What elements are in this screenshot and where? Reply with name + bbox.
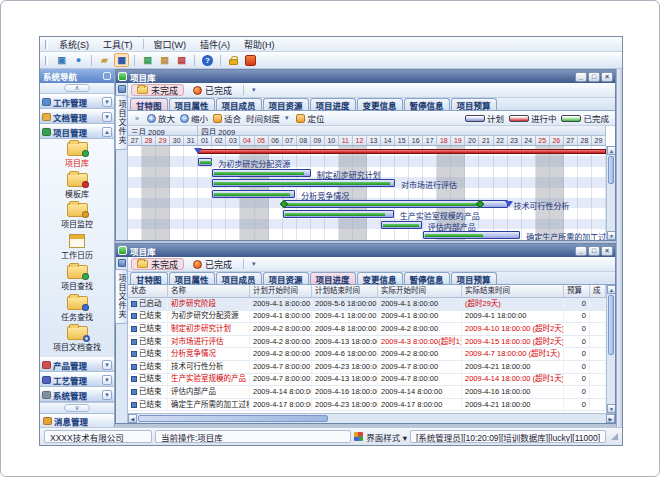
section-expand-button[interactable]: ▼ xyxy=(102,360,112,370)
table-row[interactable]: 已启动初步研究阶段2009-4-1 8:00:002009-5-6 18:00:… xyxy=(128,298,606,311)
tab-7[interactable]: 项目预算 xyxy=(451,272,497,284)
minimize-button[interactable]: _ xyxy=(575,246,587,256)
column-header-4[interactable]: 实际开始时间 xyxy=(378,285,462,297)
sidebar-item-0[interactable]: 项目库 xyxy=(40,142,114,173)
section-expand-button[interactable]: ▼ xyxy=(102,112,112,122)
task-bar[interactable] xyxy=(212,179,395,187)
zoom-in-button[interactable]: +放大 xyxy=(147,112,175,124)
menu-item-3[interactable]: 插件(A) xyxy=(193,37,237,52)
tab-6[interactable]: 暂停信息 xyxy=(404,272,450,284)
filter-finished[interactable]: 已完成 xyxy=(187,258,238,270)
filter-finished[interactable]: 已完成 xyxy=(187,84,238,96)
column-header-6[interactable]: 预算 xyxy=(564,285,590,297)
task-bar[interactable] xyxy=(283,210,394,218)
tab-4[interactable]: 项目进度 xyxy=(310,98,356,110)
sidebar-item-2[interactable]: 项目监控 xyxy=(40,203,114,234)
table-row[interactable]: 已结束制定初步研究计划2009-4-2 8:00:002009-4-8 18:0… xyxy=(128,323,606,336)
section-collapse-button[interactable]: ▲ xyxy=(102,127,112,137)
interface-style-button[interactable]: 界面样式 ▾ xyxy=(366,431,407,443)
table-row[interactable]: 已结束为初步研究分配资源2009-4-1 8:00:002009-4-1 18:… xyxy=(128,311,606,324)
scroll-right-arrow[interactable]: ▶ xyxy=(606,414,615,423)
sidebar-item-1[interactable]: 模板库 xyxy=(40,173,114,204)
scroll-up-arrow[interactable]: ▲ xyxy=(607,285,615,294)
save-icon[interactable]: ▦ xyxy=(114,53,129,67)
table-horizontal-scrollbar[interactable]: ◀▶ xyxy=(128,413,615,423)
table-row[interactable]: 已结束对市场进行评估2009-4-2 8:00:002009-4-13 18:0… xyxy=(128,336,606,349)
resize-grip[interactable] xyxy=(611,433,618,440)
open-folder-icon[interactable]: ▰ xyxy=(97,53,112,67)
sidebar-item-message-management[interactable]: 消息管理 xyxy=(40,413,114,427)
filter-unfinished[interactable]: 未完成 xyxy=(131,84,184,96)
report-edit-icon[interactable]: ▤ xyxy=(157,53,172,67)
sidebar-item-6[interactable]: 项目文档查找 xyxy=(40,326,114,357)
project-folders-tab[interactable]: 项目文件夹 xyxy=(115,269,128,324)
tab-3[interactable]: 项目资源 xyxy=(263,98,309,110)
column-header-7[interactable]: 成 xyxy=(590,285,606,297)
child-title-bar[interactable]: 项目库_□× xyxy=(116,70,615,83)
report-delete-icon[interactable]: ▤ xyxy=(174,53,189,67)
menu-item-0[interactable]: 系统(S) xyxy=(52,37,96,52)
table-row[interactable]: 已结束生产实验室规模的产品2009-4-7 8:00:002009-4-13 1… xyxy=(128,374,606,387)
sidebar-section-1[interactable]: 文档管理▼ xyxy=(40,109,114,124)
sidebar-item-5[interactable]: 任务查找 xyxy=(40,296,114,327)
sidebar-section-3[interactable]: 产品管理▼ xyxy=(40,357,114,372)
globe-icon[interactable]: ● xyxy=(71,53,86,67)
zoom-out-button[interactable]: −缩小 xyxy=(180,112,208,124)
table-row[interactable]: 已结束技术可行性分析2009-4-7 8:00:002009-4-23 18:0… xyxy=(128,361,606,374)
fit-button[interactable]: 适合 xyxy=(213,112,241,124)
filter-more-button[interactable]: ▾ xyxy=(249,86,259,94)
tab-0[interactable]: 甘特图 xyxy=(130,98,168,110)
sidebar-section-0[interactable]: 工作管理▼ xyxy=(40,94,114,109)
task-bar[interactable] xyxy=(212,190,295,198)
section-expand-button[interactable]: ▼ xyxy=(102,97,112,107)
scroll-thumb[interactable] xyxy=(608,295,614,355)
section-expand-button[interactable]: ▼ xyxy=(102,390,112,400)
table-row[interactable]: 已结束评估内部产品2009-4-14 8:00:002009-4-16 18:0… xyxy=(128,386,606,399)
column-header-2[interactable]: 计划开始时间 xyxy=(250,285,312,297)
locate-button[interactable]: 定位 xyxy=(296,112,324,124)
tab-1[interactable]: 项目属性 xyxy=(169,98,215,110)
tab-5[interactable]: 变更信息 xyxy=(357,272,403,284)
tab-7[interactable]: 项目预算 xyxy=(451,98,497,110)
tab-2[interactable]: 项目成员 xyxy=(216,272,262,284)
task-bar[interactable] xyxy=(381,221,422,229)
menu-item-1[interactable]: 工具(T) xyxy=(96,37,140,52)
sidebar-item-3[interactable]: 工作日历 xyxy=(40,234,114,265)
column-header-5[interactable]: 实际结束时间 xyxy=(462,285,564,297)
column-header-1[interactable]: 名称 xyxy=(168,285,250,297)
report-add-icon[interactable]: ▤ xyxy=(140,53,155,67)
scroll-thumb[interactable] xyxy=(138,415,328,422)
close-button[interactable]: × xyxy=(601,72,613,82)
section-expand-button[interactable]: ▼ xyxy=(102,375,112,385)
collapse-up-button[interactable]: ∧ xyxy=(64,84,90,92)
lock-icon[interactable] xyxy=(226,53,241,67)
collapse-down-button[interactable]: ∨ xyxy=(64,404,90,412)
tab-2[interactable]: 项目成员 xyxy=(216,98,262,110)
table-row[interactable]: 已结束分析竞争情况2009-4-2 8:00:002009-4-6 18:00:… xyxy=(128,348,606,361)
tab-3[interactable]: 项目资源 xyxy=(263,272,309,284)
restore-button[interactable]: □ xyxy=(588,246,600,256)
sidebar-item-4[interactable]: 项目查找 xyxy=(40,265,114,296)
restore-button[interactable]: □ xyxy=(588,72,600,82)
menu-item-2[interactable]: 窗口(W) xyxy=(147,37,194,52)
minimize-button[interactable]: _ xyxy=(575,72,587,82)
mdi-right-scroll-strip[interactable] xyxy=(616,69,622,427)
timescale-button[interactable]: 时间刻度▾ xyxy=(246,112,292,124)
task-bar[interactable] xyxy=(198,158,212,166)
sidebar-section-2[interactable]: 项目管理▲ xyxy=(40,124,114,139)
tab-6[interactable]: 暂停信息 xyxy=(404,98,450,110)
child-title-bar[interactable]: 项目库_□× xyxy=(116,244,615,257)
project-folders-tab[interactable]: 项目文件夹 xyxy=(115,95,128,150)
scroll-thumb[interactable] xyxy=(608,156,614,184)
tab-1[interactable]: 项目属性 xyxy=(169,272,215,284)
gantt-vertical-scrollbar[interactable]: ▲▼ xyxy=(606,146,615,240)
tab-4[interactable]: 项目进度 xyxy=(310,272,356,284)
scroll-up-arrow[interactable]: ▲ xyxy=(607,146,615,155)
toolbar-more-button[interactable]: » xyxy=(132,115,142,122)
column-header-3[interactable]: 计划结束时间 xyxy=(312,285,378,297)
task-bar[interactable] xyxy=(423,231,520,239)
tab-5[interactable]: 变更信息 xyxy=(357,98,403,110)
menu-item-4[interactable]: 帮助(H) xyxy=(237,37,282,52)
help-icon[interactable]: ? xyxy=(200,53,215,67)
column-header-0[interactable]: 状态 xyxy=(128,285,168,297)
